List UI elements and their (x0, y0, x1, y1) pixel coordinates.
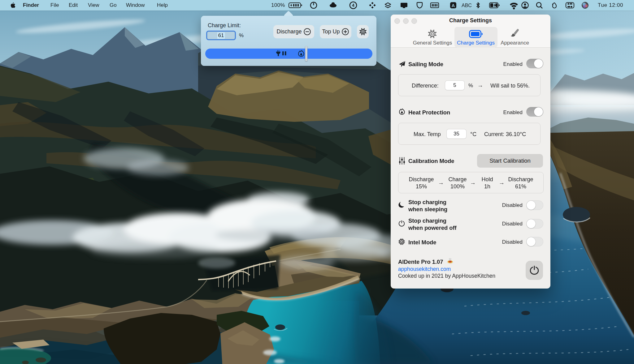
svg-text:A: A (452, 3, 455, 8)
svg-text:4: 4 (352, 3, 354, 8)
svg-text:ABC: ABC (462, 3, 472, 8)
